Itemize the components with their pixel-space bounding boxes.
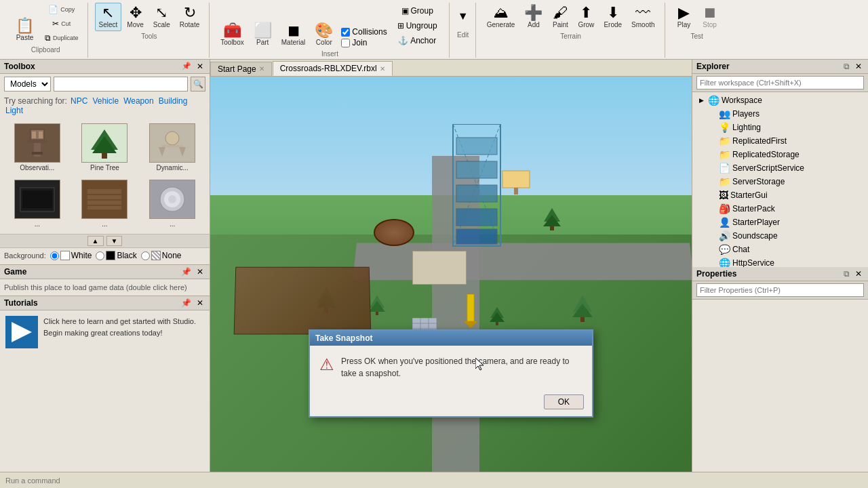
soundscape-expand[interactable] (707, 231, 717, 241)
select-button[interactable]: ↖ Select (95, 3, 122, 31)
move-button[interactable]: ✥ Move (123, 3, 147, 31)
tutorials-panel: Tutorials 📌 ✕ Click here to learn and ge… (0, 296, 210, 472)
tab-crossroads-close[interactable]: ✕ (380, 65, 385, 73)
starter-pack-expand[interactable] (707, 204, 717, 214)
link-building[interactable]: Building (159, 96, 188, 106)
generate-button[interactable]: ⛰ Generate (483, 3, 519, 31)
server-storage-expand[interactable] (707, 177, 717, 186)
players-expand[interactable] (707, 109, 717, 119)
toolbox-button[interactable]: 🧰 Toolbox (216, 20, 248, 49)
model-item-pinetree[interactable]: Pine Tree (72, 120, 138, 175)
tab-crossroads[interactable]: Crossroads-RBLXDEV.rbxl ✕ (273, 61, 393, 76)
cut-button[interactable]: ✂ Cut (41, 17, 82, 30)
scroll-down-button[interactable]: ▼ (106, 236, 123, 246)
svg-rect-14 (22, 190, 52, 208)
lighting-expand[interactable] (707, 123, 717, 132)
tree-item-server-storage[interactable]: 📁 ServerStorage (692, 175, 868, 188)
link-npc[interactable]: NPC (71, 96, 87, 106)
color-button[interactable]: 🎨 Color (311, 20, 337, 49)
material-button[interactable]: ◼ Material (277, 20, 310, 49)
workspace-expand[interactable]: ▶ (696, 96, 706, 105)
join-checkbox[interactable] (341, 39, 350, 47)
link-vehicle[interactable]: Vehicle (92, 96, 119, 106)
add-terrain-button[interactable]: ➕ Add (520, 3, 547, 31)
model-item-dynamic[interactable]: Dynamic... (139, 120, 205, 175)
toolbox-close-button[interactable]: ✕ (195, 62, 205, 71)
tree-item-starter-player[interactable]: 👤 StarterPlayer (692, 216, 868, 229)
tree-item-workspace[interactable]: ▶ 🌐 Workspace (692, 94, 868, 107)
stop-button[interactable]: ⏹ Stop (698, 3, 722, 31)
viewport[interactable]: Take Snapshot ⚠ Press OK when you've pos… (210, 77, 692, 472)
tree-item-server-script[interactable]: 📄 ServerScriptService (692, 161, 868, 175)
explorer-filter-input[interactable] (696, 76, 864, 89)
rotate-button[interactable]: ↻ Rotate (176, 3, 203, 31)
tutorials-pin-button[interactable]: 📌 (179, 298, 193, 308)
edit-expand-button[interactable]: ▼ (456, 3, 470, 30)
background-row: Background: White Black None (0, 247, 210, 264)
game-close-button[interactable]: ✕ (195, 267, 205, 277)
toolbox-pin-button[interactable]: 📌 (180, 62, 193, 71)
bg-white-option[interactable]: White (50, 251, 92, 260)
explorer-resize-button[interactable]: ⧉ (842, 62, 852, 71)
rotate-icon: ↻ (184, 5, 196, 20)
game-pin-button[interactable]: 📌 (179, 267, 193, 277)
game-content[interactable]: Publish this place to load game data (do… (0, 279, 210, 296)
command-input[interactable] (5, 476, 863, 485)
replicated-first-expand[interactable] (707, 136, 717, 146)
http-service-expand[interactable] (707, 258, 717, 267)
paste-button[interactable]: 📋 Paste (9, 15, 40, 45)
tree-item-starter-gui[interactable]: 🖼 StarterGui (692, 188, 868, 202)
part-button[interactable]: ⬜ Part (250, 20, 276, 49)
anchor-button[interactable]: ⚓Anchor (394, 34, 441, 47)
bg-black-option[interactable]: Black (96, 251, 136, 260)
starter-gui-expand[interactable] (707, 190, 717, 200)
erode-button[interactable]: ⬇ Erode (599, 3, 626, 31)
scale-button[interactable]: ⤡ Scale (149, 3, 174, 31)
tutorials-close-button[interactable]: ✕ (195, 298, 205, 308)
smooth-button[interactable]: 〰 Smooth (627, 3, 658, 31)
bg-none-option[interactable]: None (141, 251, 182, 260)
tree-item-starter-pack[interactable]: 🎒 StarterPack (692, 202, 868, 216)
properties-filter-input[interactable] (696, 283, 864, 297)
model-item-watchtower[interactable]: Observati... (4, 120, 71, 175)
properties-resize-button[interactable]: ⧉ (842, 269, 852, 279)
link-weapon[interactable]: Weapon (123, 96, 153, 106)
grow-button[interactable]: ⬆ Grow (574, 3, 598, 31)
model-item-silver[interactable]: ... (139, 176, 205, 231)
properties-close-button[interactable]: ✕ (853, 269, 864, 279)
bg-black-radio[interactable] (96, 251, 104, 260)
toolbox-search-button[interactable]: 🔍 (191, 77, 205, 92)
server-script-expand[interactable] (707, 163, 717, 173)
tree-item-players[interactable]: 👥 Players (692, 107, 868, 121)
dialog-ok-button[interactable]: OK (544, 394, 584, 409)
tab-start-page[interactable]: Start Page ✕ (210, 62, 272, 76)
group-button[interactable]: ▣Group (394, 4, 441, 18)
starter-player-expand[interactable] (707, 218, 717, 227)
bg-white-radio[interactable] (50, 251, 59, 260)
model-item-dark[interactable]: ... (4, 176, 71, 231)
tree-item-chat[interactable]: 💬 Chat (692, 243, 868, 256)
svg-rect-29 (456, 209, 497, 226)
play-button[interactable]: ▶ Play (672, 3, 696, 31)
tree-item-replicated-storage[interactable]: 📁 ReplicatedStorage (692, 148, 868, 161)
scroll-up-button[interactable]: ▲ (87, 236, 104, 246)
toolbox-search-input[interactable] (54, 77, 188, 92)
model-item-wood[interactable]: ... (72, 176, 138, 231)
ungroup-button[interactable]: ⊞Ungroup (394, 19, 441, 33)
replicated-storage-expand[interactable] (707, 150, 717, 159)
collisions-checkbox[interactable] (341, 28, 350, 37)
tutorials-content[interactable]: Click here to learn and get started with… (0, 310, 210, 472)
tree-item-soundscape[interactable]: 🔊 Soundscape (692, 229, 868, 243)
explorer-close-button[interactable]: ✕ (853, 62, 864, 71)
chat-expand[interactable] (707, 245, 717, 254)
duplicate-button[interactable]: ⧉ Duplicate (41, 31, 82, 45)
tree-item-http-service[interactable]: 🌐 HttpService (692, 256, 868, 267)
toolbox-category-dropdown[interactable]: Models (4, 77, 51, 92)
tree-item-replicated-first[interactable]: 📁 ReplicatedFirst (692, 134, 868, 148)
paint-button[interactable]: 🖌 Paint (548, 3, 572, 31)
tree-item-lighting[interactable]: 💡 Lighting (692, 121, 868, 134)
copy-button[interactable]: 📄 Copy (41, 3, 82, 16)
link-light[interactable]: Light (5, 106, 23, 115)
bg-none-radio[interactable] (141, 251, 150, 260)
tab-start-page-close[interactable]: ✕ (259, 65, 264, 73)
